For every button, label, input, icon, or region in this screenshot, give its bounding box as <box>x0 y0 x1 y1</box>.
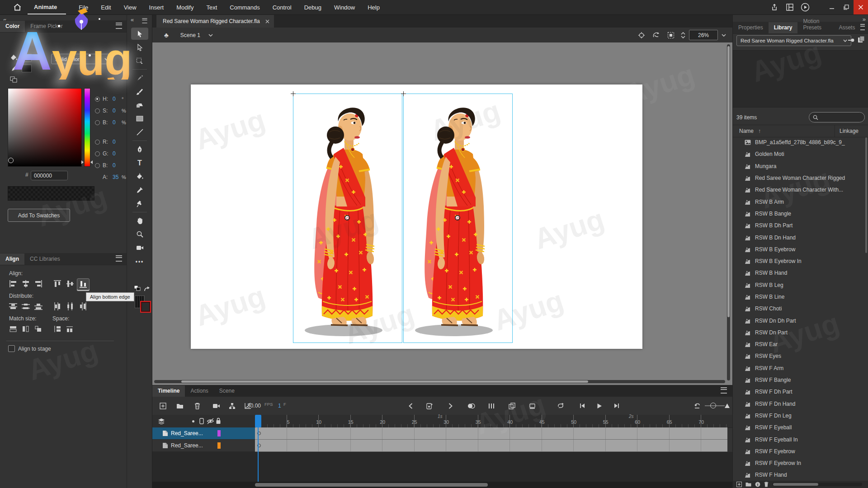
library-item[interactable]: Mungara <box>733 160 865 172</box>
menu-item[interactable]: Insert <box>143 0 170 14</box>
green-radio[interactable] <box>95 151 100 156</box>
hex-input[interactable]: 000000 <box>31 171 68 180</box>
reset-timeline-zoom-icon[interactable] <box>691 400 703 411</box>
library-item[interactable]: RSW F Dn Leg <box>733 410 865 422</box>
library-item[interactable]: RSW B Eyebrow In <box>733 255 865 267</box>
library-item[interactable]: Red Saree Woman Character Rigged <box>733 172 865 184</box>
tab-actions[interactable]: Actions <box>185 385 213 397</box>
library-item[interactable]: RSW F Hand <box>733 469 865 481</box>
align-horizontal-center-button[interactable] <box>20 278 32 289</box>
library-document-dropdown[interactable]: Red Saree Woman Rigged Character.fla <box>736 35 851 46</box>
outline-view-icon[interactable] <box>199 418 204 424</box>
space-evenly-horizontal-button[interactable] <box>64 324 76 334</box>
timeline-zoom-in-icon[interactable] <box>721 400 733 411</box>
color-panel-menu-icon[interactable] <box>116 23 122 29</box>
default-colors-icon[interactable] <box>134 285 141 291</box>
scene-clapper-icon[interactable]: ♣ <box>164 31 169 39</box>
test-movie-play-icon[interactable] <box>797 0 813 14</box>
distribute-horizontal-center-button[interactable] <box>64 301 76 312</box>
stage-horizontal-scrollbar-thumb[interactable] <box>181 380 588 383</box>
free-transform-tool[interactable] <box>131 55 148 67</box>
tab-assets[interactable]: Assets <box>833 22 860 33</box>
overlap-swatches-icon[interactable] <box>10 76 17 83</box>
new-symbol-icon[interactable] <box>736 482 742 487</box>
library-item[interactable]: RSW B Arm <box>733 196 865 207</box>
align-panel-menu-icon[interactable] <box>116 255 122 262</box>
library-item[interactable]: RSW Dn Dh Part <box>733 314 865 326</box>
playhead[interactable] <box>255 415 261 427</box>
library-item[interactable]: Golden Moti <box>733 148 865 160</box>
scene-name[interactable]: Scene 1 <box>180 32 200 38</box>
library-item[interactable]: RSW B Eyebrow <box>733 244 865 255</box>
red-value[interactable]: 0 <box>113 139 119 145</box>
library-item[interactable]: RSW F Bangle <box>733 374 865 386</box>
align-to-stage-checkbox[interactable] <box>8 345 15 352</box>
red-radio[interactable] <box>95 140 100 145</box>
paint-bucket-tool[interactable] <box>131 170 148 183</box>
menu-item[interactable]: Edit <box>94 0 117 14</box>
step-back-keyframe-icon[interactable] <box>405 400 416 411</box>
delete-layer-icon[interactable] <box>191 400 203 411</box>
menu-item[interactable]: Help <box>361 0 386 14</box>
library-item[interactable]: RSW B Dh Part <box>733 220 865 231</box>
rotation-tool-icon[interactable] <box>652 32 660 39</box>
hue-slider[interactable] <box>84 88 90 167</box>
loop-playback-icon[interactable] <box>555 400 566 411</box>
more-tools-button[interactable]: ••• <box>131 255 148 267</box>
classic-brush-tool[interactable] <box>131 85 148 98</box>
text-tool[interactable]: T <box>131 157 148 169</box>
brightness-value[interactable]: 0 <box>113 119 119 126</box>
edit-multiple-frames-icon[interactable] <box>506 400 518 411</box>
frame-span-layer-1[interactable] <box>255 427 727 440</box>
stroke-pencil-icon[interactable] <box>11 65 18 72</box>
hue-arrow-right-icon[interactable] <box>90 160 93 164</box>
delete-item-icon[interactable] <box>764 482 769 487</box>
library-item[interactable]: RSW F Eyebrow In <box>733 457 865 469</box>
clip-content-icon[interactable] <box>667 32 675 39</box>
insert-keyframe-icon[interactable] <box>424 400 435 411</box>
frame-span-layer-2[interactable] <box>255 440 727 452</box>
timeline-ruler[interactable]: 510152025303540455055606570 1s 2s <box>255 415 732 427</box>
tab-scene[interactable]: Scene <box>214 385 240 397</box>
tab-properties[interactable]: Properties <box>733 22 769 33</box>
pin-library-icon[interactable] <box>848 37 855 44</box>
library-item[interactable]: RSW Choti <box>733 303 865 314</box>
library-item[interactable]: RSW B Bangle <box>733 208 865 220</box>
step-forward-frame-icon[interactable] <box>611 400 623 411</box>
layer-name[interactable]: Red_Saree... <box>171 442 203 449</box>
hand-tool[interactable] <box>131 215 148 227</box>
saturation-brightness-picker[interactable] <box>8 88 82 167</box>
modify-markers-icon[interactable] <box>526 400 538 411</box>
share-icon[interactable] <box>767 0 782 14</box>
distribute-top-edge-button[interactable] <box>7 301 19 312</box>
library-item[interactable]: RSW F Dh Part <box>733 386 865 398</box>
hue-arrow-left-icon[interactable] <box>81 160 84 164</box>
selection-tool[interactable] <box>131 28 148 40</box>
brightness-radio[interactable] <box>95 120 100 125</box>
document-tab[interactable]: Red Saree Woman Rigged Character.fla <box>156 15 274 28</box>
add-to-swatches-button[interactable]: Add To Swatches <box>8 209 70 222</box>
current-color-red-swatch[interactable] <box>140 301 151 313</box>
maximize-button[interactable] <box>839 0 854 14</box>
fill-color-swatch[interactable] <box>22 54 32 61</box>
tab-motion-presets[interactable]: Motion Presets <box>797 16 833 33</box>
match-width-height-button[interactable] <box>33 324 44 334</box>
layer-name[interactable]: Red_Saree... <box>171 430 203 436</box>
close-tab-icon[interactable] <box>265 19 269 23</box>
zoom-stepper[interactable] <box>681 32 685 38</box>
library-item[interactable]: RSW F Arm <box>733 362 865 374</box>
tab-cc-libraries[interactable]: CC Libraries <box>24 253 66 265</box>
distribute-vertical-center-button[interactable] <box>20 301 32 312</box>
add-camera-icon[interactable] <box>210 400 222 411</box>
align-left-edge-button[interactable] <box>7 278 19 289</box>
lock-all-layers-icon[interactable] <box>216 418 221 424</box>
eyedropper-tool[interactable] <box>131 184 148 196</box>
menu-item[interactable]: Commands <box>223 0 266 14</box>
library-search-input[interactable] <box>809 112 865 122</box>
menu-item[interactable]: Debug <box>298 0 328 14</box>
new-folder-icon[interactable] <box>174 400 186 411</box>
menu-item[interactable]: Modify <box>170 0 200 14</box>
library-item[interactable]: RSW B Line <box>733 291 865 303</box>
blue-radio[interactable] <box>95 163 100 168</box>
fill-bucket-icon[interactable] <box>10 54 18 61</box>
